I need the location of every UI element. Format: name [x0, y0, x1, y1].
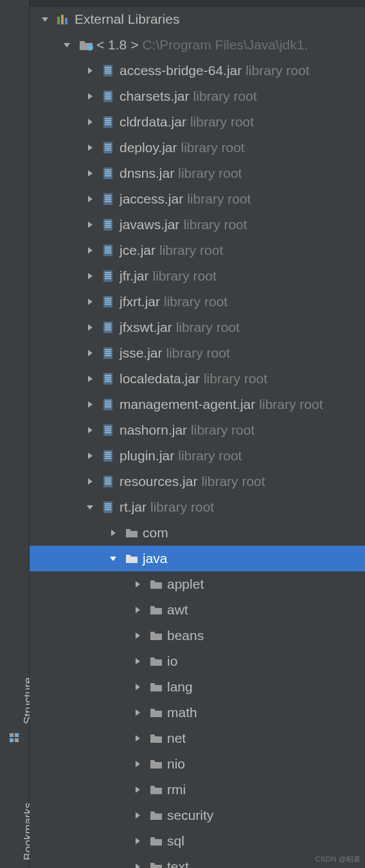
- chevron-right-icon[interactable]: [78, 477, 102, 486]
- jar-node[interactable]: deploy.jarlibrary root: [30, 135, 365, 161]
- svg-rect-15: [105, 94, 111, 96]
- node-label: management-agent.jar: [120, 397, 255, 412]
- svg-rect-44: [105, 247, 111, 248]
- chevron-down-icon[interactable]: [78, 503, 102, 512]
- jar-node[interactable]: access-bridge-64.jarlibrary root: [30, 58, 365, 83]
- svg-rect-45: [105, 248, 111, 250]
- package-node[interactable]: rmi: [30, 777, 365, 803]
- svg-rect-17: [105, 98, 111, 100]
- chevron-right-icon[interactable]: [78, 272, 102, 281]
- svg-rect-12: [105, 73, 111, 74]
- jar-node[interactable]: resources.jarlibrary root: [30, 469, 365, 494]
- external-libraries-node[interactable]: External Libraries: [30, 6, 365, 32]
- node-label: javaws.jar: [120, 217, 179, 232]
- chevron-right-icon[interactable]: [126, 862, 149, 868]
- chevron-right-icon[interactable]: [78, 66, 102, 75]
- structure-tool-icon[interactable]: [8, 732, 21, 745]
- tool-window-bar: Structure Bookmarks: [0, 0, 30, 868]
- folder-icon: [149, 604, 167, 616]
- jar-node[interactable]: localedata.jarlibrary root: [30, 366, 365, 392]
- chevron-right-icon[interactable]: [126, 785, 149, 794]
- package-node[interactable]: com: [30, 520, 365, 546]
- jar-node[interactable]: javaws.jarlibrary root: [30, 212, 365, 238]
- jar-node[interactable]: rt.jarlibrary root: [30, 494, 365, 520]
- svg-rect-4: [57, 17, 60, 24]
- chevron-right-icon[interactable]: [78, 246, 102, 255]
- library-root-hint: library root: [153, 268, 217, 284]
- chevron-right-icon[interactable]: [126, 682, 149, 691]
- jar-node[interactable]: jaccess.jarlibrary root: [30, 186, 365, 212]
- package-node[interactable]: java: [30, 546, 365, 571]
- chevron-right-icon[interactable]: [78, 374, 102, 383]
- library-root-hint: library root: [178, 448, 242, 464]
- chevron-right-icon[interactable]: [78, 117, 102, 126]
- jar-node[interactable]: jfxrt.jarlibrary root: [30, 289, 365, 315]
- jar-node[interactable]: cldrdata.jarlibrary root: [30, 109, 365, 135]
- library-root-hint: library root: [176, 320, 240, 335]
- chevron-right-icon[interactable]: [102, 528, 125, 537]
- jar-icon: [102, 320, 120, 334]
- jar-node[interactable]: charsets.jarlibrary root: [30, 83, 365, 109]
- svg-rect-30: [105, 171, 111, 173]
- jdk-node[interactable]: < 1.8 > C:\Program Files\Java\jdk1.: [30, 32, 365, 58]
- svg-rect-69: [105, 375, 111, 376]
- chevron-right-icon[interactable]: [78, 92, 102, 101]
- chevron-right-icon[interactable]: [78, 169, 102, 178]
- svg-rect-75: [105, 403, 111, 404]
- package-node[interactable]: lang: [30, 674, 365, 700]
- svg-rect-42: [105, 227, 111, 228]
- chevron-right-icon[interactable]: [78, 195, 102, 204]
- library-root-hint: library root: [166, 345, 230, 361]
- jar-node[interactable]: jce.jarlibrary root: [30, 238, 365, 263]
- chevron-right-icon[interactable]: [126, 605, 149, 614]
- jar-node[interactable]: jfr.jarlibrary root: [30, 263, 365, 289]
- jar-node[interactable]: dnsns.jarlibrary root: [30, 161, 365, 186]
- library-root-hint: library root: [245, 63, 309, 78]
- node-label: resources.jar: [120, 474, 197, 489]
- chevron-right-icon[interactable]: [78, 426, 102, 435]
- chevron-right-icon[interactable]: [78, 297, 102, 306]
- chevron-right-icon[interactable]: [78, 220, 102, 229]
- package-node[interactable]: beans: [30, 623, 365, 648]
- chevron-right-icon[interactable]: [126, 759, 149, 768]
- svg-rect-26: [105, 148, 111, 149]
- node-label: nashorn.jar: [120, 422, 187, 438]
- chevron-right-icon[interactable]: [78, 323, 102, 332]
- node-label: text: [167, 859, 189, 868]
- svg-rect-57: [105, 304, 111, 305]
- package-node[interactable]: security: [30, 803, 365, 828]
- chevron-right-icon[interactable]: [126, 657, 149, 666]
- chevron-down-icon[interactable]: [102, 554, 125, 563]
- package-node[interactable]: applet: [30, 571, 365, 597]
- chevron-right-icon[interactable]: [126, 837, 149, 846]
- svg-rect-2: [10, 738, 13, 742]
- library-root-hint: library root: [159, 243, 223, 258]
- chevron-down-icon[interactable]: [55, 40, 78, 49]
- project-tree[interactable]: External Libraries < 1.8 > C:\Program Fi…: [30, 0, 365, 868]
- jar-icon: [102, 372, 120, 386]
- chevron-down-icon[interactable]: [33, 15, 57, 24]
- jar-node[interactable]: plugin.jarlibrary root: [30, 443, 365, 469]
- package-node[interactable]: sql: [30, 828, 365, 854]
- package-node[interactable]: nio: [30, 751, 365, 777]
- jar-node[interactable]: nashorn.jarlibrary root: [30, 417, 365, 443]
- package-node[interactable]: math: [30, 700, 365, 725]
- chevron-right-icon[interactable]: [126, 580, 149, 589]
- node-label: rt.jar: [120, 499, 147, 515]
- package-node[interactable]: net: [30, 725, 365, 751]
- jar-node[interactable]: management-agent.jarlibrary root: [30, 392, 365, 417]
- chevron-right-icon[interactable]: [78, 349, 102, 358]
- chevron-right-icon[interactable]: [126, 734, 149, 743]
- package-node[interactable]: io: [30, 648, 365, 674]
- chevron-right-icon[interactable]: [78, 400, 102, 409]
- chevron-right-icon[interactable]: [126, 631, 149, 640]
- jar-node[interactable]: jsse.jarlibrary root: [30, 340, 365, 366]
- chevron-right-icon[interactable]: [126, 708, 149, 717]
- svg-rect-81: [105, 430, 111, 431]
- chevron-right-icon[interactable]: [126, 811, 149, 820]
- jar-node[interactable]: jfxswt.jarlibrary root: [30, 315, 365, 340]
- package-node[interactable]: awt: [30, 597, 365, 623]
- chevron-right-icon[interactable]: [78, 451, 102, 460]
- svg-rect-90: [105, 480, 111, 481]
- chevron-right-icon[interactable]: [78, 143, 102, 152]
